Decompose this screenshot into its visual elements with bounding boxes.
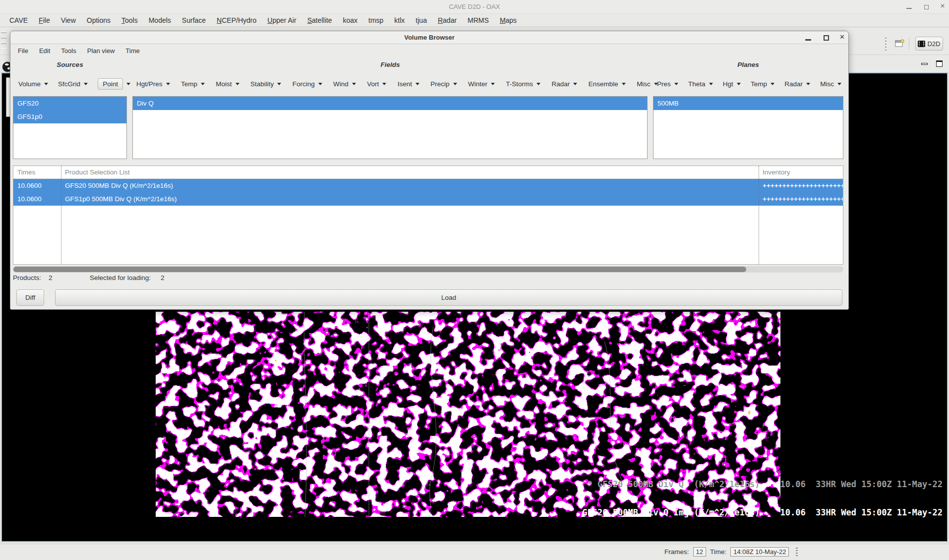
dialog-menu-time[interactable]: Time [120, 45, 145, 56]
product-table[interactable]: Times Product Selection List Inventory 1… [13, 166, 843, 265]
time-value[interactable]: 14:08Z 10-May-22 [730, 547, 789, 557]
editor-minimize-icon[interactable] [921, 63, 928, 65]
point-menu-button[interactable]: Point [98, 78, 130, 90]
source-list-item[interactable]: GFS1p0 [13, 110, 126, 123]
field-menu-button[interactable]: Forcing [293, 80, 322, 88]
field-menu-label: T-Storms [506, 80, 533, 88]
editor-maximize-icon[interactable] [936, 60, 943, 67]
field-menu-button[interactable]: Moist [216, 80, 239, 88]
field-list-item[interactable]: Div Q [133, 97, 647, 110]
dialog-titlebar[interactable]: Volume Browser ✕ [10, 31, 848, 44]
menu-ncep-hydro[interactable]: NCEP/Hydro [211, 14, 262, 26]
menu-tools[interactable]: Tools [116, 14, 143, 26]
row-inventory: ++++++++++++++++++++++++++++++ [759, 195, 843, 203]
row-product: GFS1p0 500MB Div Q (K/m^2/1e16s) [61, 195, 759, 203]
plane-menu-button[interactable]: Misc [820, 80, 841, 88]
plane-menu-button[interactable]: Theta [688, 80, 713, 88]
dialog-menu-planview[interactable]: Plan view [82, 45, 120, 56]
field-menu-button[interactable]: T-Storms [506, 80, 540, 88]
main-menubar: CAVE File View Options Tools Models Surf… [0, 14, 949, 27]
chevron-down-icon [491, 83, 495, 85]
plane-menu-label: Radar [784, 80, 803, 88]
toolbar-grip-handle[interactable] [885, 38, 887, 51]
dialog-menu-tools[interactable]: Tools [56, 45, 81, 56]
plane-menu-button[interactable]: Radar [784, 80, 810, 88]
chevron-down-icon [837, 83, 841, 85]
chevron-down-icon [166, 83, 170, 85]
chevron-down-icon [126, 83, 130, 85]
menu-options[interactable]: Options [81, 14, 116, 26]
open-perspective-icon[interactable] [894, 39, 904, 49]
planes-list[interactable]: 500MB [653, 96, 843, 159]
table-row[interactable]: 10.0600 GFS20 500MB Div Q (K/m^2/1e16s) … [13, 179, 843, 192]
menu-models[interactable]: Models [143, 14, 177, 26]
field-menu-button[interactable]: Temp [181, 80, 205, 88]
source-list-item[interactable]: GFS20 [13, 97, 126, 110]
dialog-maximize-icon[interactable] [824, 35, 829, 41]
field-menu-label: Vort [367, 80, 379, 88]
dialog-close-icon[interactable]: ✕ [839, 33, 845, 41]
field-menu-button[interactable]: Ensemble [589, 80, 626, 88]
menu-maps[interactable]: Maps [494, 14, 522, 26]
close-icon[interactable]: ✕ [940, 2, 945, 9]
sources-menu-row: Volume SfcGrid Point [18, 77, 130, 91]
minimize-icon[interactable] [906, 8, 912, 9]
plane-list-item[interactable]: 500MB [653, 97, 843, 110]
d2d-perspective-button[interactable]: D2D [915, 37, 943, 51]
menu-radar[interactable]: Radar [432, 14, 462, 26]
menu-ktlx[interactable]: ktlx [389, 14, 410, 26]
map-legend[interactable]: * GFS20 500MB Div Q (K/m^2/1e16s) 10.06 … [582, 461, 943, 536]
maximize-icon[interactable] [924, 5, 929, 9]
statusbar-grip[interactable] [796, 548, 798, 557]
scrollbar-thumb[interactable] [13, 267, 746, 272]
menu-tmsp[interactable]: tmsp [363, 14, 389, 26]
chevron-down-icon [236, 83, 239, 85]
volume-menu-button[interactable]: Volume [18, 80, 48, 88]
menu-cave[interactable]: CAVE [4, 14, 33, 26]
load-button[interactable]: Load [55, 289, 842, 306]
field-menu-button[interactable]: Precip [430, 80, 457, 88]
col-inventory: Inventory [759, 168, 843, 176]
field-menu-button[interactable]: Hgt/Pres [136, 80, 170, 88]
legend-line-2: GFS20 500MB Div Q Img (K/m^2/1e16s) 10.0… [582, 508, 943, 517]
menu-koax[interactable]: koax [337, 14, 363, 26]
plane-menu-button[interactable]: Temp [751, 80, 774, 88]
field-menu-button[interactable]: Isent [398, 80, 419, 88]
statusbar-cluster: Frames: 12 Time: 14:08Z 10-May-22 [664, 547, 798, 557]
planes-header: Planes [653, 61, 843, 70]
field-menu-button[interactable]: Misc [637, 80, 658, 88]
diff-button[interactable]: Diff [16, 289, 44, 306]
product-table-header: Times Product Selection List Inventory [13, 166, 843, 179]
table-row[interactable]: 10.0600 GFS1p0 500MB Div Q (K/m^2/1e16s)… [13, 192, 843, 206]
field-menu-button[interactable]: Winter [468, 80, 495, 88]
field-menu-button[interactable]: Wind [333, 80, 356, 88]
plane-menu-button[interactable]: Pres [657, 80, 678, 88]
point-menu-label: Point [98, 78, 123, 90]
chevron-down-icon [573, 83, 577, 85]
fields-list[interactable]: Div Q [132, 96, 648, 159]
field-menu-button[interactable]: Radar [552, 80, 578, 88]
menu-mrms[interactable]: MRMS [462, 14, 494, 26]
menu-tjua[interactable]: tjua [410, 14, 432, 26]
sources-list[interactable]: GFS20GFS1p0 [13, 96, 127, 159]
dialog-menu-file[interactable]: File [12, 45, 34, 56]
chevron-down-icon [806, 83, 810, 85]
menu-file[interactable]: File [33, 14, 56, 26]
menu-satellite[interactable]: Satellite [302, 14, 338, 26]
field-menu-button[interactable]: Vort [367, 80, 386, 88]
toolbar-grip[interactable] [1, 32, 6, 49]
field-menu-label: Isent [398, 80, 412, 88]
editor-window-controls [917, 58, 947, 70]
menu-surface[interactable]: Surface [177, 14, 211, 26]
dialog-minimize-icon[interactable] [805, 39, 811, 41]
plane-menu-button[interactable]: Hgt [723, 80, 741, 88]
sfcgrid-menu-button[interactable]: SfcGrid [58, 80, 88, 88]
horizontal-scrollbar[interactable] [13, 266, 843, 273]
frames-value[interactable]: 12 [693, 547, 706, 557]
statusbar: Frames: 12 Time: 14:08Z 10-May-22 [0, 544, 949, 560]
menu-upper-air[interactable]: Upper Air [262, 14, 301, 26]
field-menu-button[interactable]: Stability [250, 80, 281, 88]
menu-view[interactable]: View [56, 14, 81, 26]
chevron-down-icon [622, 83, 626, 85]
dialog-menu-edit[interactable]: Edit [34, 45, 56, 56]
